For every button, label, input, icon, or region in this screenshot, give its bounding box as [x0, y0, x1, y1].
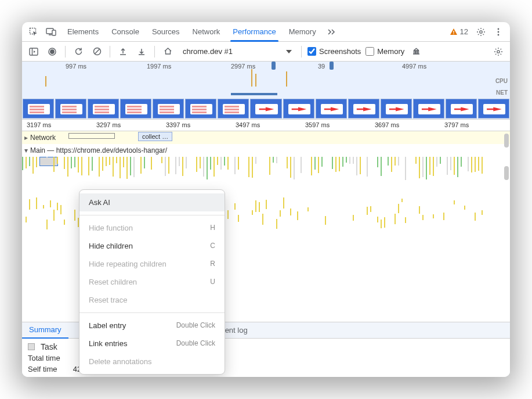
perf-toolbar: chrome.dev #1 Screenshots Memory [22, 42, 510, 62]
reload-record-icon[interactable] [71, 45, 85, 59]
task-label: Task [41, 342, 57, 351]
menu-delete-annotations: Delete annotations [79, 353, 225, 371]
collect-chip[interactable]: collect … [138, 132, 172, 141]
selected-task-block[interactable] [39, 157, 58, 166]
overview-handle-right[interactable] [330, 62, 334, 70]
device-toggle-icon[interactable] [43, 24, 59, 40]
time-ruler: 3197 ms 3297 ms 3397 ms 3497 ms 3597 ms … [22, 120, 510, 131]
overview-ticks: 997 ms 1997 ms 2997 ms 39 4997 ms [22, 63, 510, 71]
warnings-badge[interactable]: 12 [446, 27, 472, 36]
svg-point-6 [498, 28, 500, 30]
toggle-drawer-icon[interactable] [27, 45, 41, 59]
clear-icon[interactable] [90, 45, 104, 59]
svg-rect-3 [453, 31, 454, 33]
expand-icon[interactable]: ▸ [22, 134, 30, 142]
network-bar [68, 133, 115, 139]
record-icon[interactable] [45, 45, 59, 59]
menu-label-entry[interactable]: Label entryDouble Click [79, 317, 225, 335]
divider [301, 46, 302, 57]
net-label: NET [496, 89, 508, 96]
total-time-label: Total time [28, 354, 60, 362]
more-tabs-icon[interactable] [323, 24, 339, 40]
recording-selector[interactable]: chrome.dev #1 [179, 47, 295, 56]
collapse-icon[interactable]: ▾ [22, 146, 30, 154]
screenshots-checkbox[interactable]: Screenshots [307, 47, 361, 56]
capture-settings-icon[interactable] [491, 45, 505, 59]
menu-reset-children: Reset childrenU [79, 273, 225, 291]
kebab-menu-icon[interactable] [490, 24, 506, 40]
recording-label: chrome.dev #1 [183, 47, 233, 56]
divider [110, 46, 110, 57]
svg-line-14 [95, 49, 99, 53]
home-icon[interactable] [161, 45, 175, 59]
devtools-tabbar: Elements Console Sources Network Perform… [22, 22, 510, 42]
tab-console[interactable]: Console [106, 22, 145, 42]
download-icon[interactable] [135, 45, 149, 59]
svg-point-12 [50, 49, 54, 53]
divider [65, 46, 66, 57]
menu-hide-children[interactable]: Hide childrenC [79, 237, 225, 255]
memory-checkbox[interactable]: Memory [365, 47, 404, 56]
svg-point-5 [480, 30, 482, 33]
svg-point-15 [497, 50, 500, 52]
overview-handle-left[interactable] [272, 62, 276, 70]
settings-icon[interactable] [473, 24, 489, 40]
warnings-count: 12 [460, 27, 468, 36]
context-menu: Ask AI Hide functionH Hide childrenC Hid… [79, 189, 225, 375]
menu-ask-ai[interactable]: Ask AI [79, 193, 225, 211]
gc-icon[interactable] [409, 45, 423, 59]
cpu-label: CPU [495, 78, 508, 84]
svg-rect-2 [52, 30, 56, 35]
tab-elements[interactable]: Elements [61, 22, 104, 42]
menu-link-entries[interactable]: Link entriesDouble Click [79, 335, 225, 353]
svg-point-7 [498, 31, 500, 33]
menu-hide-repeating: Hide repeating childrenR [79, 255, 225, 273]
tab-memory[interactable]: Memory [283, 22, 322, 42]
timeline-overview[interactable]: 997 ms 1997 ms 2997 ms 39 4997 ms CPU NE… [22, 62, 510, 120]
task-color-chip [28, 343, 35, 350]
menu-hide-function: Hide functionH [79, 219, 225, 237]
main-track-header[interactable]: ▾ Main — https://chrome.dev/devtools-han… [22, 144, 510, 157]
svg-rect-4 [453, 33, 454, 34]
svg-point-8 [498, 34, 500, 35]
tab-network[interactable]: Network [187, 22, 226, 42]
overview-thumbnails [22, 98, 510, 119]
upload-icon[interactable] [116, 45, 130, 59]
tab-summary[interactable]: Summary [22, 322, 68, 339]
menu-reset-trace: Reset trace [79, 291, 225, 309]
tab-sources[interactable]: Sources [146, 22, 186, 42]
scrollbar[interactable] [504, 134, 509, 148]
network-track-header[interactable]: ▸ Network collect … [22, 131, 510, 144]
tab-performance[interactable]: Performance [227, 22, 281, 42]
scrollbar[interactable] [504, 166, 509, 180]
inspect-icon[interactable] [26, 24, 42, 40]
divider [154, 46, 155, 57]
self-time-label: Self time [28, 365, 57, 373]
chevron-down-icon [286, 50, 292, 53]
